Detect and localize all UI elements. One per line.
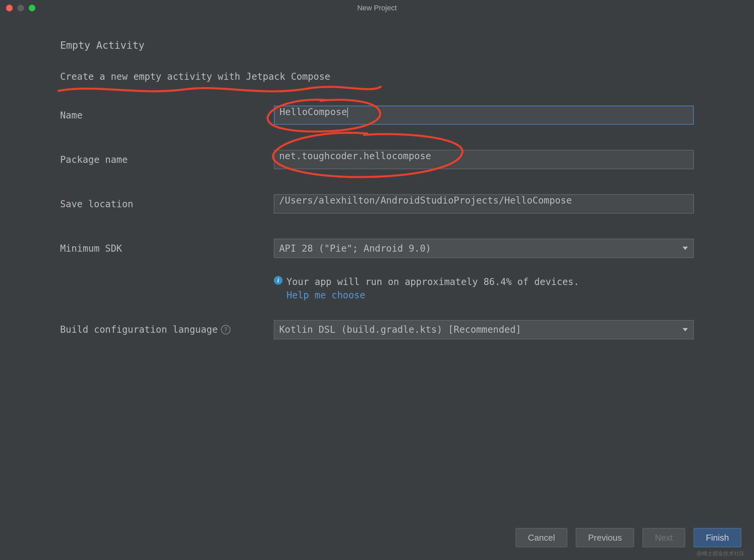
- save-location-label: Save location: [60, 199, 274, 209]
- name-label: Name: [60, 110, 274, 121]
- save-location-row: Save location /Users/alexhilton/AndroidS…: [60, 194, 694, 214]
- build-lang-label-text: Build configuration language: [60, 324, 218, 335]
- titlebar: New Project: [0, 0, 754, 16]
- min-sdk-label: Minimum SDK: [60, 243, 274, 254]
- new-project-window: New Project Empty Activity Create a new …: [0, 0, 754, 560]
- save-location-value: /Users/alexhilton/AndroidStudioProjects/…: [279, 195, 572, 206]
- info-icon: i: [274, 276, 283, 285]
- button-bar: Cancel Previous Next Finish: [516, 528, 741, 547]
- save-location-input[interactable]: /Users/alexhilton/AndroidStudioProjects/…: [274, 194, 694, 214]
- build-lang-label: Build configuration language ?: [60, 324, 274, 335]
- finish-button[interactable]: Finish: [694, 528, 741, 547]
- package-row: Package name net.toughcoder.hellocompose: [60, 150, 694, 169]
- cancel-button[interactable]: Cancel: [516, 528, 567, 547]
- min-sdk-select[interactable]: API 28 ("Pie"; Android 9.0): [274, 239, 694, 258]
- build-lang-value: Kotlin DSL (build.gradle.kts) [Recommend…: [279, 324, 521, 335]
- sdk-info-row: i Your app will run on approximately 86.…: [274, 275, 694, 301]
- next-button: Next: [642, 528, 685, 547]
- close-icon[interactable]: [6, 5, 13, 11]
- build-lang-row: Build configuration language ? Kotlin DS…: [60, 320, 694, 339]
- window-title: New Project: [357, 4, 397, 12]
- min-sdk-value: API 28 ("Pie"; Android 9.0): [279, 243, 431, 254]
- build-lang-select[interactable]: Kotlin DSL (build.gradle.kts) [Recommend…: [274, 320, 694, 339]
- text-caret-icon: [347, 107, 348, 118]
- name-input-value: HelloCompose: [279, 106, 347, 118]
- page-subtitle: Create a new empty activity with Jetpack…: [60, 71, 694, 82]
- traffic-lights: [6, 5, 35, 11]
- page-title: Empty Activity: [60, 39, 694, 51]
- previous-button[interactable]: Previous: [576, 528, 634, 547]
- name-input[interactable]: HelloCompose: [274, 105, 694, 125]
- help-tip-icon[interactable]: ?: [221, 325, 230, 334]
- package-input[interactable]: net.toughcoder.hellocompose: [274, 150, 694, 169]
- help-me-choose-link[interactable]: Help me choose: [287, 290, 579, 301]
- minimize-icon[interactable]: [17, 5, 24, 11]
- watermark: @稀土掘金技术社区: [697, 550, 745, 557]
- maximize-icon[interactable]: [29, 5, 35, 11]
- sdk-info-text-block: Your app will run on approximately 86.4%…: [287, 275, 579, 301]
- name-row: Name HelloCompose: [60, 105, 694, 125]
- package-label: Package name: [60, 154, 274, 165]
- sdk-info-text: Your app will run on approximately 86.4%…: [287, 275, 579, 290]
- form-content: Empty Activity Create a new empty activi…: [0, 16, 754, 339]
- min-sdk-row: Minimum SDK API 28 ("Pie"; Android 9.0): [60, 239, 694, 258]
- package-input-value: net.toughcoder.hellocompose: [279, 151, 431, 162]
